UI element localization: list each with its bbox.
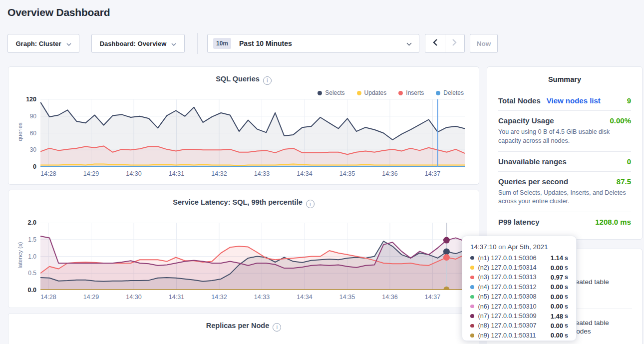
x-axis-tick: 14:34 [297, 170, 312, 177]
y-axis-tick: 30 [14, 146, 36, 153]
x-axis-tick: 14:35 [339, 170, 355, 177]
y-axis-tick: 0 [14, 163, 36, 170]
summary-value: 1208.0 ms [595, 218, 631, 226]
x-axis-tick: 14:36 [382, 170, 397, 177]
time-range-label: Past 10 Minutes [239, 39, 292, 47]
previous-timewindow-button[interactable] [425, 34, 445, 52]
x-axis-tick: 14:33 [254, 170, 270, 177]
summary-value: 9 [627, 96, 631, 105]
now-button-label: Now [477, 40, 491, 47]
summary-row-p99-latency: P99 latency 1208.0 ms [498, 212, 631, 232]
tooltip-node-row: (n3) 127.0.0.1:503130.97s [470, 273, 568, 282]
y-axis-tick: 2.0 [14, 219, 36, 226]
x-axis-tick: 14:37 [425, 170, 440, 177]
node-color-dot-icon [470, 305, 474, 309]
info-icon[interactable]: i [263, 76, 272, 85]
y-axis-tick: 60 [14, 130, 36, 137]
node-latency-unit: s [565, 332, 568, 339]
node-latency-unit: s [565, 274, 568, 281]
node-latency-value: 1.48 [551, 313, 563, 320]
info-icon[interactable]: i [306, 200, 315, 208]
node-address: (n7) 127.0.0.1:50309 [478, 313, 537, 320]
sql-queries-plot[interactable] [40, 99, 465, 167]
node-address: (n5) 127.0.0.1:50308 [478, 293, 537, 300]
summary-row-unavailable-ranges: Unavailable ranges 0 [498, 151, 631, 171]
node-color-dot-icon [470, 285, 474, 289]
y-axis-tick: 1.0 [14, 253, 36, 260]
node-latency-value: 0.00 [551, 283, 563, 291]
tooltip-node-row: (n9) 127.0.0.1:503110.00s [470, 331, 568, 340]
graph-dropdown-label: Graph: Cluster [15, 40, 61, 47]
node-latency-value: 1.14 [551, 254, 563, 262]
node-latency-value: 0.97 [551, 274, 563, 281]
y-axis-tick: 0.0 [14, 287, 36, 294]
tooltip-node-row: (n7) 127.0.0.1:503091.48s [470, 311, 568, 321]
chevron-left-icon [433, 39, 437, 48]
summary-label: Unavailable ranges [498, 157, 567, 166]
legend-item: Updates [357, 89, 387, 96]
x-axis-tick: 14:34 [297, 294, 312, 301]
chevron-down-icon [406, 40, 412, 47]
info-icon[interactable]: i [273, 323, 281, 332]
summary-value: 0 [627, 157, 631, 166]
toolbar-divider [197, 33, 198, 54]
chart-title: Service Latency: SQL, 99th percentilei [8, 198, 479, 208]
legend-item: Selects [318, 89, 344, 96]
node-address: (n8) 127.0.0.1:50307 [478, 322, 537, 329]
now-button[interactable]: Now [470, 34, 498, 53]
node-address: (n4) 127.0.0.1:50312 [478, 284, 537, 291]
dashboard-dropdown[interactable]: Dashboard: Overview [91, 34, 185, 53]
service-latency-panel: Service Latency: SQL, 99th percentilei l… [8, 190, 479, 308]
summary-label: Total Nodes [498, 96, 541, 105]
y-axis-tick: 1.5 [14, 236, 36, 243]
node-latency-unit: s [565, 322, 568, 329]
node-latency-value: 0.00 [551, 322, 563, 330]
node-latency-value: 0.00 [551, 264, 563, 272]
x-axis-tick: 14:28 [40, 294, 56, 301]
time-range-selector[interactable]: 10m Past 10 Minutes [207, 34, 419, 53]
x-axis-tick: 14:31 [169, 170, 184, 177]
tooltip-node-row: (n2) 127.0.0.1:503140.00s [470, 263, 568, 272]
x-axis-tick: 14:29 [83, 294, 99, 301]
chart-title: SQL Queriesi [8, 75, 479, 85]
chart-legend: SelectsUpdatesInsertsDeletes [318, 89, 464, 96]
tooltip-node-row: (n6) 127.0.0.1:503100.00s [470, 302, 568, 311]
node-latency-value: 0.00 [551, 332, 563, 339]
summary-label: P99 latency [498, 218, 540, 226]
legend-label: Inserts [406, 89, 424, 96]
legend-item: Deletes [436, 89, 464, 96]
node-latency-unit: s [565, 284, 568, 291]
summary-value: 0.00% [610, 116, 631, 125]
node-address: (n1) 127.0.0.1:50306 [478, 255, 537, 262]
next-timewindow-button[interactable] [445, 34, 465, 52]
y-axis-tick: 90 [14, 113, 36, 120]
graph-dropdown[interactable]: Graph: Cluster [7, 34, 79, 53]
x-axis-tick: 14:35 [339, 294, 355, 301]
summary-row-queries-per-second: Queries per second 87.5 Sum of Selects, … [498, 171, 631, 212]
node-color-dot-icon [470, 324, 474, 328]
dashboard-dropdown-label: Dashboard: Overview [100, 40, 167, 47]
summary-label: Queries per second [498, 177, 568, 186]
y-axis-tick: 0.5 [14, 270, 36, 277]
node-latency-unit: s [565, 255, 568, 262]
summary-value: 87.5 [617, 177, 631, 186]
tooltip-node-row: (n8) 127.0.0.1:503070.00s [470, 321, 568, 331]
node-latency-value: 0.00 [551, 303, 563, 310]
replicas-per-node-panel: Replicas per Nodei [8, 313, 479, 344]
service-latency-plot[interactable] [40, 223, 465, 290]
tooltip-timestamp: 14:37:10 on Apr 5th, 2021 [470, 243, 568, 251]
legend-label: Selects [325, 89, 344, 96]
legend-dot-icon [398, 91, 403, 95]
page-title: Overview Dashboard [7, 6, 110, 18]
chevron-down-icon [66, 40, 71, 47]
tooltip-node-row: (n5) 127.0.0.1:503080.00s [470, 292, 568, 302]
node-color-dot-icon [470, 334, 474, 338]
view-nodes-list-link[interactable]: View nodes list [547, 96, 601, 105]
node-address: (n2) 127.0.0.1:50314 [478, 264, 537, 271]
node-latency-unit: s [565, 264, 568, 271]
chevron-down-icon [171, 40, 176, 47]
node-address: (n9) 127.0.0.1:50311 [478, 332, 536, 339]
x-axis-tick: 14:31 [169, 294, 184, 301]
summary-row-total-nodes: Total Nodes View nodes list 9 [498, 91, 631, 110]
x-axis-tick: 14:32 [211, 170, 227, 177]
